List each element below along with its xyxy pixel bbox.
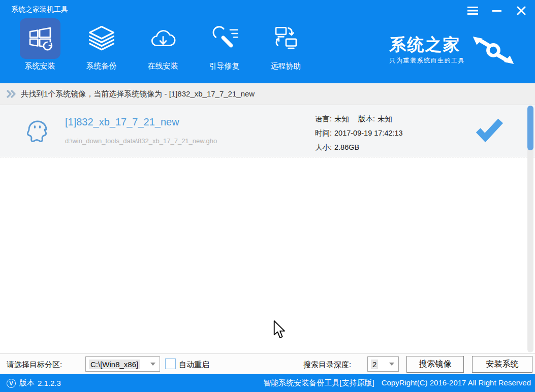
- version-info: V 版本 2.1.2.3: [7, 378, 61, 388]
- time-value: 2017-09-19 17:42:13: [334, 129, 403, 137]
- version-number: 2.1.2.3: [38, 379, 61, 387]
- size-label: 大小:: [315, 143, 332, 151]
- cloud-download-icon: [148, 24, 178, 53]
- nav-item-label: 远程协助: [271, 61, 301, 71]
- nav-item-label: 系统备份: [86, 61, 117, 71]
- version-label: 版本:: [358, 115, 375, 123]
- footer-copyright: CopyRight(C) 2016-2017 All Right Reserve…: [382, 378, 531, 388]
- version-value: 未知: [377, 115, 392, 123]
- double-chevron-icon: [6, 89, 16, 99]
- nav-tile: [20, 18, 60, 59]
- scrollbar-track[interactable]: [527, 106, 533, 352]
- nav-tile: [81, 18, 122, 59]
- menu-button[interactable]: [467, 6, 478, 16]
- status-text: 共找到1个系统镜像，当前选择系统镜像为 - [1]832_xb_17_7_21_…: [21, 89, 255, 99]
- nav-item-label: 在线安装: [148, 61, 178, 71]
- titlebar: 系统之家装机工具: [0, 0, 535, 16]
- version-circle-icon: V: [7, 379, 16, 388]
- version-label: 版本: [19, 378, 35, 388]
- brand-title: 系统之家: [390, 36, 465, 53]
- detail-line-time: 时间:2017-09-19 17:42:13: [315, 126, 403, 140]
- nav-item-online-install[interactable]: 在线安装: [132, 18, 194, 71]
- auto-restart-checkbox[interactable]: [165, 358, 176, 369]
- nav-item-label: 系统安装: [25, 61, 55, 71]
- nav-item-boot-repair[interactable]: 引导修复: [194, 18, 255, 71]
- bottom-bar: 请选择目标分区: C:\[Win8_x86] 自动重启 搜索目录深度: 2 搜索…: [0, 353, 535, 374]
- chevron-down-icon: [150, 363, 155, 366]
- close-button[interactable]: [516, 6, 527, 16]
- image-path: d:\win_down_tools_data\832_xb_17_7_21_ne…: [65, 137, 217, 145]
- auto-restart-label: 自动重启: [179, 360, 209, 370]
- hamburger-icon: [467, 7, 478, 15]
- wrench-icon: [210, 24, 239, 53]
- main-nav: 系统安装 系统备份 在线安装: [9, 18, 317, 71]
- detail-line-size: 大小:2.86GB: [315, 140, 403, 154]
- search-depth-value: 2: [371, 360, 378, 369]
- footer-app-name: 智能系统安装备份工具[支持原版]: [263, 378, 374, 388]
- partition-label: 请选择目标分区:: [7, 360, 62, 370]
- partition-select-value: C:\[Win8_x86]: [89, 360, 140, 369]
- nav-item-system-backup[interactable]: 系统备份: [71, 18, 132, 71]
- footer: V 版本 2.1.2.3 智能系统安装备份工具[支持原版] CopyRight(…: [0, 374, 535, 392]
- search-image-button[interactable]: 搜索镜像: [406, 356, 464, 373]
- nav-item-system-install[interactable]: 系统安装: [9, 18, 71, 71]
- nav-tile: [266, 18, 306, 59]
- image-details: 语言:未知版本:未知 时间:2017-09-19 17:42:13 大小:2.8…: [315, 112, 403, 154]
- window-controls: [467, 6, 527, 16]
- brand-text: 系统之家 只为重装系统而生的工具: [390, 36, 465, 65]
- image-list: [1]832_xb_17_7_21_new d:\win_down_tools_…: [0, 105, 535, 353]
- ghost-icon: [21, 113, 54, 149]
- language-value: 未知: [334, 115, 349, 123]
- partition-select[interactable]: C:\[Win8_x86]: [85, 356, 160, 372]
- chevron-down-icon: [389, 363, 394, 366]
- image-list-item[interactable]: [1]832_xb_17_7_21_new d:\win_down_tools_…: [0, 105, 535, 157]
- brand-tagline: 只为重装系统而生的工具: [390, 56, 465, 65]
- swoosh-arrows-icon: [469, 36, 518, 65]
- app-title: 系统之家装机工具: [11, 5, 68, 14]
- layers-icon: [87, 24, 116, 53]
- install-system-button[interactable]: 安装系统: [472, 356, 532, 373]
- windows-refresh-icon: [25, 24, 55, 53]
- size-value: 2.86GB: [334, 143, 359, 151]
- language-label: 语言:: [315, 115, 332, 123]
- search-depth-label: 搜索目录深度:: [303, 360, 351, 370]
- selected-check-icon: [474, 117, 505, 146]
- close-icon: [517, 6, 526, 15]
- nav-tile: [143, 18, 183, 59]
- scrollbar-thumb[interactable]: [527, 106, 533, 150]
- search-depth-select[interactable]: 2: [367, 356, 399, 372]
- remote-monitors-icon: [271, 24, 301, 53]
- minimize-button[interactable]: [491, 6, 502, 16]
- nav-item-label: 引导修复: [209, 61, 240, 71]
- footer-right: 智能系统安装备份工具[支持原版] CopyRight(C) 2016-2017 …: [263, 378, 531, 388]
- image-title[interactable]: [1]832_xb_17_7_21_new: [65, 116, 179, 128]
- nav-item-remote-assist[interactable]: 远程协助: [255, 18, 317, 71]
- nav-tile: [204, 18, 245, 59]
- header: 系统之家装机工具: [0, 0, 535, 83]
- time-label: 时间:: [315, 129, 332, 137]
- mouse-cursor-icon: [273, 320, 286, 341]
- brand-logo: 系统之家 只为重装系统而生的工具: [390, 36, 518, 65]
- minimize-icon: [492, 7, 501, 15]
- status-bar: 共找到1个系统镜像，当前选择系统镜像为 - [1]832_xb_17_7_21_…: [0, 83, 535, 105]
- detail-line-language-version: 语言:未知版本:未知: [315, 112, 403, 126]
